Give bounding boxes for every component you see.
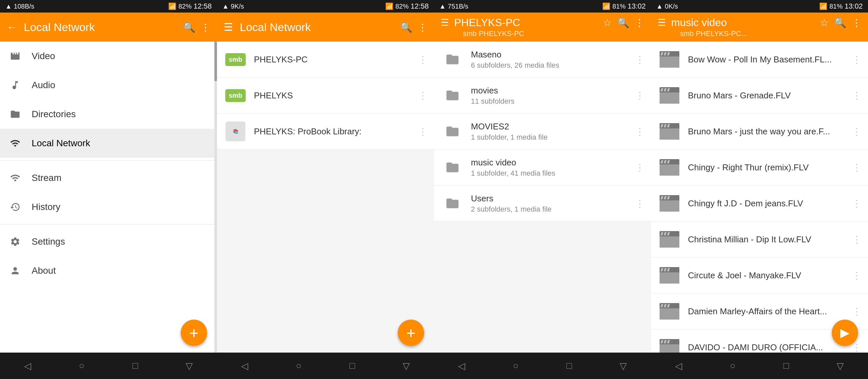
search-icon-2[interactable]: 🔍 <box>400 22 412 33</box>
fab-1[interactable]: + <box>181 320 207 346</box>
sidebar-item-directories[interactable]: Directories <box>0 100 217 129</box>
more-icon-maseno[interactable]: ⋮ <box>635 54 644 65</box>
sidebar-item-video[interactable]: Video <box>0 41 217 71</box>
item-name-chingy-right: Chingy - Right Thur (remix).FLV <box>688 163 852 173</box>
recent-nav-4[interactable]: □ <box>777 357 796 374</box>
battery-text-4: 81% <box>829 3 843 10</box>
sidebar-item-history[interactable]: History <box>0 193 217 222</box>
star-icon-3[interactable]: ☆ <box>603 17 612 28</box>
hamburger-icon-3[interactable]: ☰ <box>441 17 449 28</box>
status-left-4: ▲ 0K/s <box>656 3 678 10</box>
list-item-movies2[interactable]: MOVIES2 1 subfolder, 1 media file ⋮ <box>434 114 651 150</box>
more-icon-circute[interactable]: ⋮ <box>852 270 861 281</box>
more-icon-bow-wow[interactable]: ⋮ <box>852 54 861 65</box>
home-nav-2[interactable]: ○ <box>289 357 308 374</box>
back-nav-4[interactable]: ◁ <box>669 357 689 375</box>
sidebar-label-local-network: Local Network <box>32 138 90 149</box>
panel-music-video: ▲ 0K/s 📶 81% 13:02 ☰ music video ☆ 🔍 ⋮ s… <box>651 0 868 379</box>
list-item-phelyks[interactable]: smb PHELYKS ⋮ <box>217 78 434 114</box>
folders-list: Maseno 6 subfolders, 26 media files ⋮ mo… <box>434 41 651 353</box>
list-item-chingy-right[interactable]: Chingy - Right Thur (remix).FLV ⋮ <box>651 150 868 185</box>
more-icon-davido[interactable]: ⋮ <box>852 342 861 353</box>
video-icon <box>8 49 23 63</box>
sidebar-item-about[interactable]: About <box>0 256 217 285</box>
more-icon-chingy-dem[interactable]: ⋮ <box>852 198 861 209</box>
more-icon-2[interactable]: ⋮ <box>417 22 427 33</box>
search-icon-3[interactable]: 🔍 <box>617 17 629 28</box>
menu-nav-1[interactable]: ▽ <box>179 357 199 375</box>
more-icon-music-video[interactable]: ⋮ <box>635 162 644 173</box>
hamburger-icon-4[interactable]: ☰ <box>658 17 666 28</box>
recent-nav-3[interactable]: □ <box>560 357 579 374</box>
menu-nav-3[interactable]: ▽ <box>613 357 633 375</box>
menu-nav-2[interactable]: ▽ <box>396 357 416 375</box>
sidebar-menu: Video Audio Directories Local Network S <box>0 41 217 353</box>
recent-nav-1[interactable]: □ <box>126 357 145 374</box>
list-item-users[interactable]: Users 2 subfolders, 1 media file ⋮ <box>434 185 651 222</box>
time-text-3: 13:02 <box>628 2 646 10</box>
item-text-circute: Circute & Joel - Manyake.FLV <box>688 270 852 281</box>
search-icon-1[interactable]: 🔍 <box>183 22 195 33</box>
wifi-icon: 📶 <box>168 2 177 10</box>
more-icon-bruno-grenade[interactable]: ⋮ <box>852 90 861 101</box>
list-item-bow-wow[interactable]: Bow Wow - Poll In My Basement.FL... ⋮ <box>651 41 868 78</box>
status-left-3: ▲ 751B/s <box>439 3 468 10</box>
more-icon-movies[interactable]: ⋮ <box>635 90 644 101</box>
search-icon-4[interactable]: 🔍 <box>834 17 846 28</box>
more-icon-bruno-just[interactable]: ⋮ <box>852 126 861 137</box>
home-nav-4[interactable]: ○ <box>723 357 742 374</box>
list-item-music-video[interactable]: music video 1 subfolder, 41 media files … <box>434 150 651 185</box>
home-nav-3[interactable]: ○ <box>506 357 525 374</box>
more-icon-item-3[interactable]: ⋮ <box>418 126 427 137</box>
list-item-movies[interactable]: movies 11 subfolders ⋮ <box>434 78 651 114</box>
more-icon-damien[interactable]: ⋮ <box>852 306 861 317</box>
status-bar-3: ▲ 751B/s 📶 81% 13:02 <box>434 0 651 12</box>
item-name-maseno: Maseno <box>471 50 635 60</box>
panel-sidebar: ▲ 108B/s 📶 82% 12:58 ← Local Network 🔍 ⋮… <box>0 0 217 379</box>
sidebar-item-audio[interactable]: Audio <box>0 71 217 100</box>
sidebar-item-local-network[interactable]: Local Network <box>0 129 217 158</box>
back-nav-3[interactable]: ◁ <box>452 357 472 375</box>
home-nav-1[interactable]: ○ <box>72 357 91 374</box>
back-icon[interactable]: ← <box>7 21 17 33</box>
more-icon-3[interactable]: ⋮ <box>634 17 644 28</box>
speed-text-3: 751B/s <box>448 3 468 10</box>
menu-nav-4[interactable]: ▽ <box>830 357 850 375</box>
recent-nav-2[interactable]: □ <box>343 357 362 374</box>
sidebar-item-settings[interactable]: Settings <box>0 227 217 256</box>
more-icon-chingy-right[interactable]: ⋮ <box>852 162 861 173</box>
top-bar-3: ☰ PHELYKS-PC ☆ 🔍 ⋮ smb PHELYKS-PC <box>434 12 651 41</box>
speed-text-4: 0K/s <box>665 3 678 10</box>
more-icon-item-1[interactable]: ⋮ <box>418 54 427 65</box>
play-fab[interactable]: ▶ <box>832 320 858 346</box>
list-item-probook[interactable]: 📚 PHELYKS: ProBook Library: ⋮ <box>217 114 434 150</box>
list-item-phelyks-pc[interactable]: smb PHELYKS-PC ⋮ <box>217 41 434 78</box>
more-icon-movies2[interactable]: ⋮ <box>635 126 644 137</box>
item-name-damien: Damien Marley-Affairs of the Heart... <box>688 307 852 317</box>
more-icon-item-2[interactable]: ⋮ <box>418 90 427 101</box>
scroll-thumb-1 <box>214 41 217 81</box>
star-icon-4[interactable]: ☆ <box>820 17 829 28</box>
more-icon-1[interactable]: ⋮ <box>200 22 210 33</box>
folder-icon-movies2 <box>441 119 464 143</box>
list-item-bruno-just[interactable]: Bruno Mars - just the way you are.F... ⋮ <box>651 114 868 150</box>
more-icon-4[interactable]: ⋮ <box>851 17 861 28</box>
more-icon-users[interactable]: ⋮ <box>635 198 644 209</box>
more-icon-christina[interactable]: ⋮ <box>852 234 861 245</box>
sidebar-item-stream[interactable]: Stream <box>0 164 217 193</box>
person-icon <box>8 263 23 278</box>
hamburger-icon-2[interactable]: ☰ <box>224 21 233 33</box>
list-item-maseno[interactable]: Maseno 6 subfolders, 26 media files ⋮ <box>434 41 651 78</box>
signal-icon-2: ▲ <box>222 3 229 10</box>
fab-2[interactable]: + <box>398 320 424 346</box>
list-item-chingy-dem[interactable]: Chingy ft J.D - Dem jeans.FLV ⋮ <box>651 185 868 222</box>
list-item-christina[interactable]: Christina Millian - Dip It Low.FLV ⋮ <box>651 222 868 258</box>
list-item-bruno-grenade[interactable]: Bruno Mars - Grenade.FLV ⋮ <box>651 78 868 114</box>
page-title-2: Local Network <box>240 21 395 34</box>
panel-local-network: ▲ 9K/s 📶 82% 12:58 ☰ Local Network 🔍 ⋮ s… <box>217 0 434 379</box>
list-item-circute[interactable]: Circute & Joel - Manyake.FLV ⋮ <box>651 258 868 293</box>
back-nav-1[interactable]: ◁ <box>18 357 38 375</box>
video-thumb-bow-wow <box>658 48 681 71</box>
back-nav-2[interactable]: ◁ <box>235 357 255 375</box>
item-name-users: Users <box>471 194 635 204</box>
